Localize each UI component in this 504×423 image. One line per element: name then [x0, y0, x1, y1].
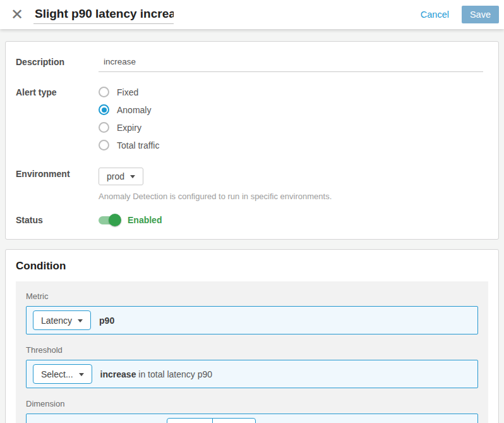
chevron-down-icon: [78, 319, 83, 322]
environment-selected-value: prod: [107, 171, 124, 181]
environment-row: Environment prod Anomaly Detection is co…: [6, 168, 498, 201]
metric-select[interactable]: Latency: [33, 310, 91, 330]
threshold-detail-text: increase in total latency p90: [100, 369, 212, 379]
alert-type-label: Alert type: [16, 86, 99, 157]
description-row: Description: [6, 44, 498, 72]
radio-option-label: Total traffic: [117, 140, 159, 150]
alert-title-input[interactable]: [33, 6, 174, 24]
description-label: Description: [16, 56, 99, 72]
metric-detail-text: p90: [99, 316, 114, 326]
radio-icon: [99, 87, 109, 97]
dimension-label: Dimension: [26, 399, 478, 408]
radio-option-expiry[interactable]: Expiry: [99, 121, 159, 133]
radio-option-fixed[interactable]: Fixed: [99, 86, 159, 98]
threshold-label: Threshold: [26, 345, 478, 355]
threshold-row: Select... increase in total latency p90: [26, 360, 478, 388]
environment-help-text: Anomaly Detection is configured to run i…: [99, 192, 332, 201]
dimension-value-select[interactable]: Any: [212, 418, 256, 423]
status-value-text: Enabled: [128, 215, 162, 225]
environment-select[interactable]: prod: [99, 168, 143, 185]
radio-option-anomaly[interactable]: Anomaly: [99, 104, 159, 116]
condition-card: Condition Metric Latency p90 Threshold S…: [5, 249, 499, 423]
alert-type-row: Alert type Fixed Anomaly Expiry Total tr…: [6, 86, 498, 157]
environment-label: Environment: [16, 168, 99, 201]
threshold-select[interactable]: Select...: [33, 364, 92, 384]
description-input[interactable]: [99, 56, 483, 72]
dimension-row: All proxies and targets detected Region …: [26, 414, 478, 423]
chevron-down-icon: [79, 373, 84, 376]
metric-label: Metric: [26, 291, 478, 301]
toggle-knob-icon: [109, 214, 121, 226]
dimension-chips: Region Any: [167, 418, 256, 423]
radio-icon: [99, 140, 109, 150]
condition-panel: Metric Latency p90 Threshold Select... i…: [16, 281, 488, 423]
radio-icon: [99, 122, 109, 133]
threshold-selected-value: Select...: [41, 369, 73, 379]
metric-selected-value: Latency: [41, 316, 72, 326]
alert-type-radio-group: Fixed Anomaly Expiry Total traffic: [99, 86, 159, 157]
status-field: Enabled: [99, 215, 162, 225]
radio-option-label: Fixed: [117, 87, 138, 97]
threshold-emphasis-text: increase: [100, 369, 136, 379]
radio-selected-icon: [99, 104, 109, 115]
chevron-down-icon: [130, 175, 135, 178]
status-label: Status: [16, 215, 99, 225]
description-field-wrap: [99, 56, 483, 72]
threshold-rest-text: in total latency p90: [136, 369, 212, 379]
general-settings-card: Description Alert type Fixed Anomaly Exp…: [5, 41, 499, 240]
condition-heading: Condition: [6, 250, 498, 281]
close-icon[interactable]: ✕: [10, 8, 24, 21]
metric-row: Latency p90: [26, 306, 478, 334]
cancel-button[interactable]: Cancel: [421, 9, 449, 20]
dimension-key-chip: Region: [167, 418, 212, 423]
radio-option-label: Expiry: [117, 123, 141, 133]
save-button[interactable]: Save: [462, 6, 499, 23]
radio-option-total-traffic[interactable]: Total traffic: [99, 139, 159, 151]
status-toggle[interactable]: [99, 216, 119, 224]
header-bar: ✕ Cancel Save: [0, 0, 504, 29]
status-row: Status Enabled: [6, 215, 498, 239]
environment-field: prod Anomaly Detection is configured to …: [99, 168, 332, 201]
radio-option-label: Anomaly: [117, 105, 151, 115]
